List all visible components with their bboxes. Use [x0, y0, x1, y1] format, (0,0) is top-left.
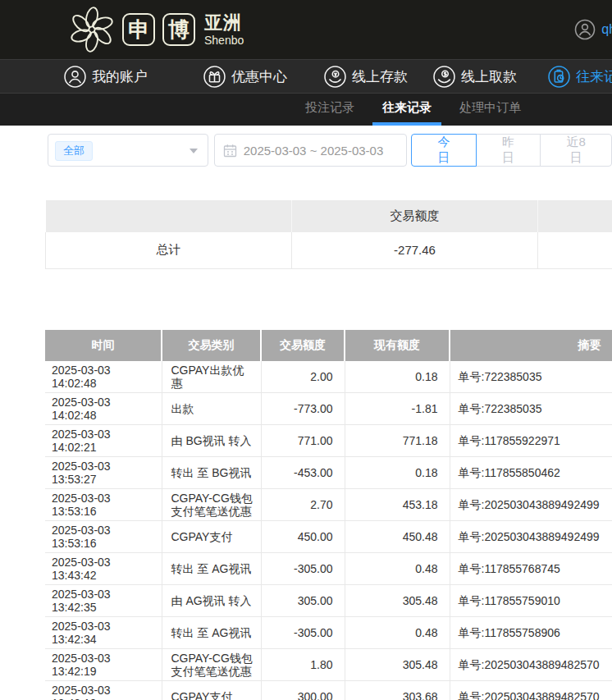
summary-header-empty: [46, 200, 292, 232]
date-range-picker[interactable]: 2025-03-03 ~ 2025-03-03: [214, 134, 408, 167]
cell-time: 2025-03-03 13:42:34: [45, 616, 162, 648]
last8days-button[interactable]: 近8日: [540, 134, 612, 167]
user-avatar-icon: [574, 19, 596, 40]
cell-balance: 0.48: [345, 552, 450, 584]
table-row: 2025-03-03 14:02:48出款-773.00-1.81单号:7223…: [45, 392, 612, 424]
summary-table: 交易额度 总计 -277.46: [45, 200, 612, 269]
cell-summary: 单号:117855850462: [450, 456, 612, 488]
cell-balance: 305.48: [345, 584, 450, 616]
brand-logo[interactable]: 申 博 亚洲 Shenbo: [69, 7, 244, 53]
column-header: 现有额度: [345, 330, 450, 361]
nav-label: 线上取款: [461, 67, 517, 86]
type-filter-tag[interactable]: 全部: [55, 141, 93, 161]
cell-amount: 305.00: [261, 584, 345, 616]
cell-time: 2025-03-03 13:53:16: [45, 520, 162, 552]
cell-balance: 771.18: [345, 424, 450, 456]
type-filter-select[interactable]: 全部: [48, 134, 208, 167]
cell-summary: 单号:202503043889482570: [450, 680, 612, 700]
nav-label: 优惠中心: [231, 67, 287, 86]
cell-summary: 单号:722385035: [450, 392, 612, 424]
cell-amount: -773.00: [261, 392, 345, 424]
yesterday-button[interactable]: 昨日: [476, 134, 541, 167]
cell-amount: -453.00: [261, 456, 345, 488]
tab-betting-records[interactable]: 投注记录: [295, 94, 364, 126]
gift-icon: [203, 66, 226, 88]
cell-balance: 0.48: [345, 616, 450, 648]
table-row: 2025-03-03 14:02:48CGPAY出款优惠2.000.18单号:7…: [45, 361, 612, 393]
nav-item-my-account[interactable]: 我的账户: [64, 60, 148, 93]
cell-time: 2025-03-03 14:02:21: [45, 424, 162, 456]
cell-type: 由 AG视讯 转入: [162, 584, 261, 616]
table-row: 2025-03-03 13:53:16CGPAY支付450.00450.48单号…: [45, 520, 612, 552]
summary-total-row: 总计 -277.46: [46, 232, 612, 268]
nav-item-transaction-records[interactable]: 往来记录: [548, 60, 612, 93]
cell-amount: -305.00: [261, 552, 345, 584]
transactions-body: 2025-03-03 14:02:48CGPAY出款优惠2.000.18单号:7…: [45, 361, 612, 700]
table-row: 2025-03-03 13:53:16CGPAY-CG钱包支付笔笔送优惠2.70…: [45, 488, 612, 520]
cell-balance: 453.18: [345, 488, 450, 520]
logo-char-bo: 博: [162, 13, 195, 46]
cell-time: 2025-03-03 13:42:35: [45, 584, 162, 616]
flower-logo-icon: [69, 7, 115, 53]
cell-time: 2025-03-03 14:02:48: [45, 392, 162, 424]
table-row: 2025-03-03 13:42:34转出 至 AG视讯-305.000.48单…: [45, 616, 612, 648]
cell-summary: 单号:117855759010: [450, 584, 612, 616]
logo-char-shen: 申: [122, 13, 155, 46]
nav-item-withdraw[interactable]: 线上取款: [433, 60, 517, 93]
chevron-down-icon: [190, 149, 198, 153]
cell-time: 2025-03-03 13:42:19: [45, 648, 162, 680]
transactions-table: 时间交易类别交易额度现有额度摘要 2025-03-03 14:02:48CGPA…: [45, 330, 612, 700]
table-row: 2025-03-03 14:02:21由 BG视讯 转入771.00771.18…: [45, 424, 612, 456]
cell-amount: 1.80: [261, 648, 345, 680]
sub-nav: 投注记录 往来记录 处理中订单: [0, 93, 612, 126]
cell-summary: 单号:202503043889482570: [450, 648, 612, 680]
column-header: 摘要: [450, 330, 612, 361]
transactions-table-wrapper: 时间交易类别交易额度现有额度摘要 2025-03-03 14:02:48CGPA…: [45, 330, 612, 700]
cell-amount: 450.00: [261, 520, 345, 552]
cell-balance: -1.81: [345, 392, 450, 424]
cell-summary: 单号:722385035: [450, 361, 612, 393]
cell-amount: 771.00: [261, 424, 345, 456]
cell-type: CGPAY支付: [162, 680, 261, 700]
cell-time: 2025-03-03 13:43:42: [45, 552, 162, 584]
table-row: 2025-03-03 13:53:27转出 至 BG视讯-453.000.18单…: [45, 456, 612, 488]
logo-region: 亚洲: [204, 14, 244, 32]
cell-balance: 450.48: [345, 520, 450, 552]
records-icon: [548, 66, 570, 88]
cell-amount: -305.00: [261, 616, 345, 648]
nav-item-promotions[interactable]: 优惠中心: [203, 60, 287, 93]
summary-header-amount: 交易额度: [292, 200, 538, 232]
quick-date-buttons: 今日 昨日 近8日: [411, 134, 612, 167]
tab-processing-orders[interactable]: 处理中订单: [450, 94, 531, 126]
cell-time: 2025-03-03 13:42:19: [45, 680, 162, 700]
cell-summary: 单号:117855922971: [450, 424, 612, 456]
nav-label: 往来记录: [576, 67, 612, 86]
cell-type: CGPAY-CG钱包支付笔笔送优惠: [162, 648, 261, 680]
cell-type: 转出 至 BG视讯: [162, 456, 261, 488]
cell-type: CGPAY-CG钱包支付笔笔送优惠: [162, 488, 261, 520]
cell-summary: 单号:202503043889492499: [450, 520, 612, 552]
cell-type: 出款: [162, 392, 261, 424]
summary-total-value: -277.46: [292, 232, 538, 268]
user-icon: [64, 66, 86, 88]
cell-type: 转出 至 AG视讯: [162, 616, 261, 648]
user-account[interactable]: qhh: [574, 0, 612, 59]
cell-amount: 300.00: [261, 680, 345, 700]
today-button[interactable]: 今日: [411, 134, 477, 167]
tab-transaction-records[interactable]: 往来记录: [372, 94, 441, 126]
transactions-header-row: 时间交易类别交易额度现有额度摘要: [45, 330, 612, 361]
table-row: 2025-03-03 13:43:42转出 至 AG视讯-305.000.48单…: [45, 552, 612, 584]
cell-time: 2025-03-03 13:53:16: [45, 488, 162, 520]
cell-balance: 305.48: [345, 648, 450, 680]
logo-subtitle: Shenbo: [204, 34, 244, 46]
column-header: 交易额度: [261, 330, 345, 361]
nav-item-deposit[interactable]: 线上存款: [324, 60, 408, 93]
cell-time: 2025-03-03 13:53:27: [45, 456, 162, 488]
cell-summary: 单号:117855758906: [450, 616, 612, 648]
calendar-icon: [223, 144, 237, 158]
summary-total-extra: [538, 232, 612, 268]
summary-total-label: 总计: [46, 232, 292, 268]
summary-header-empty2: [538, 200, 612, 232]
cell-type: CGPAY出款优惠: [162, 361, 261, 393]
nav-label: 我的账户: [92, 67, 148, 86]
